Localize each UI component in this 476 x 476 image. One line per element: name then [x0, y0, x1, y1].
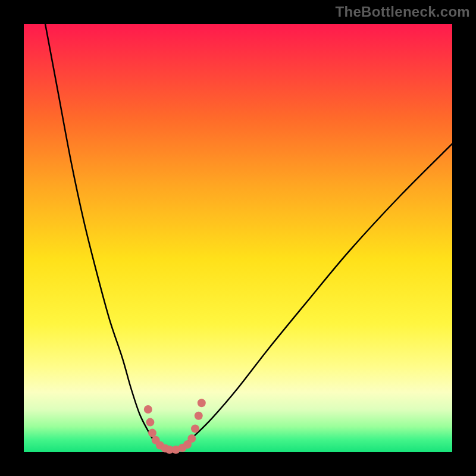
left-curve	[45, 24, 167, 450]
watermark-label: TheBottleneck.com	[336, 4, 470, 20]
chart-svg	[24, 24, 452, 452]
valley-marker-group	[144, 399, 206, 453]
valley-marker	[191, 424, 199, 433]
valley-marker	[144, 405, 152, 414]
right-curve	[174, 144, 452, 450]
valley-marker	[187, 434, 196, 443]
valley-marker	[195, 412, 203, 420]
valley-marker	[198, 399, 206, 407]
valley-marker	[148, 429, 156, 437]
valley-marker	[146, 418, 154, 427]
